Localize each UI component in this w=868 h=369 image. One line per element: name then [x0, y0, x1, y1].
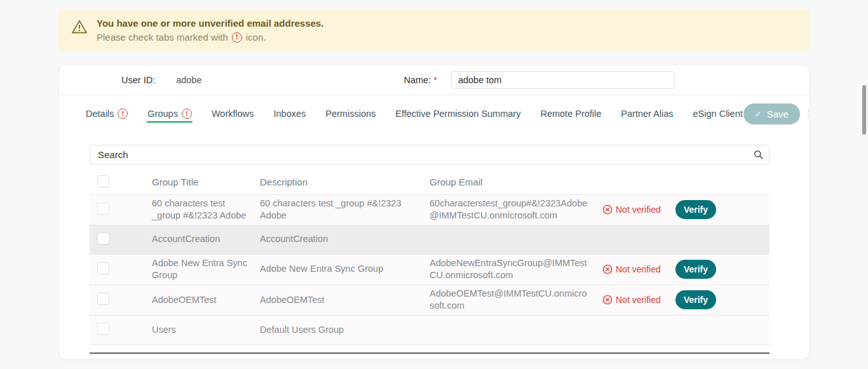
group-title: AccountCreation — [146, 225, 260, 254]
status-badge: Not verified — [602, 264, 675, 274]
warning-triangle-icon — [71, 19, 88, 37]
group-email: AdobeNewEntraSyncGroup@IMMTestCU.onmicro… — [430, 254, 602, 285]
tab-details-alert-icon: ! — [118, 109, 128, 119]
banner-subtitle-before: Please check tabs marked with — [97, 32, 228, 43]
group-title: 60 characters test _group #&!2323 Adobe — [146, 194, 260, 225]
group-email: 60characterstest_group#&!2323Adobe@IMMTe… — [430, 194, 602, 225]
tab-remote-profile-label: Remote Profile — [540, 109, 601, 119]
group-description: Default Users Group — [260, 315, 430, 344]
table-row: AccountCreation AccountCreation — [90, 225, 770, 254]
identity-row: User ID: adobe Name: * — [59, 65, 809, 95]
group-title: Users — [146, 315, 260, 344]
groups-table-wrap: Group Title Description Group Email 60 c… — [90, 171, 770, 354]
tab-workflows-label: Workflows — [212, 109, 254, 119]
tabs-row: Details ! Groups ! Workflows Inboxes Per… — [59, 95, 809, 132]
group-description: 60 characters test _group #&!2323 Adobe — [260, 194, 430, 225]
user-id-value: adobe — [176, 75, 201, 85]
status-text: Not verified — [616, 295, 661, 305]
row-checkbox[interactable] — [97, 262, 109, 274]
search-bar — [90, 145, 770, 164]
verify-button[interactable]: Verify — [675, 260, 716, 279]
user-id-label: User ID: — [121, 75, 155, 85]
tab-details[interactable]: Details ! — [85, 101, 128, 126]
group-description: AccountCreation — [260, 225, 430, 254]
status-badge: Not verified — [602, 295, 675, 305]
tab-esign-client[interactable]: eSign Client — [693, 101, 743, 126]
tab-permissions-label: Permissions — [325, 109, 376, 119]
group-title: Adobe New Entra Sync Group — [146, 254, 260, 285]
column-header-group-title: Group Title — [146, 171, 260, 194]
scrollbar-thumb[interactable] — [862, 85, 866, 135]
tab-effective-permission-summary[interactable]: Effective Permission Summary — [395, 101, 521, 126]
group-description: Adobe New Entra Sync Group — [260, 254, 430, 285]
group-description: AdobeOEMTest — [260, 285, 430, 315]
banner-title: You have one or more unverified email ad… — [97, 17, 323, 30]
group-title: AdobeOEMTest — [146, 285, 260, 315]
check-icon: ✓ — [755, 109, 762, 119]
name-label: Name: — [404, 75, 431, 85]
group-email — [430, 225, 602, 254]
required-asterisk: * — [433, 75, 437, 85]
name-input[interactable] — [451, 71, 675, 89]
action-buttons: ✓ Save ✕ Cancel — [743, 104, 810, 124]
save-button-label: Save — [767, 109, 789, 119]
table-row: Users Default Users Group — [90, 315, 770, 344]
scrollbar-track — [860, 0, 868, 369]
not-verified-icon — [602, 295, 613, 305]
column-header-group-email: Group Email — [430, 171, 602, 194]
tab-inboxes-label: Inboxes — [274, 109, 306, 119]
groups-tab-content: Group Title Description Group Email 60 c… — [59, 132, 809, 354]
tab-remote-profile[interactable]: Remote Profile — [539, 101, 602, 126]
row-checkbox[interactable] — [97, 323, 109, 335]
search-input[interactable] — [90, 145, 770, 164]
status-badge: Not verified — [602, 205, 675, 215]
column-header-description: Description — [260, 171, 430, 194]
table-row: AdobeOEMTest AdobeOEMTest AdobeOEMTest@I… — [90, 285, 770, 315]
status-text: Not verified — [616, 205, 661, 215]
page: You have one or more unverified email ad… — [0, 0, 868, 359]
banner-text: You have one or more unverified email ad… — [97, 17, 323, 43]
not-verified-icon — [602, 205, 613, 215]
row-checkbox[interactable] — [97, 203, 109, 215]
status-text: Not verified — [616, 264, 661, 274]
tab-permissions[interactable]: Permissions — [325, 101, 376, 126]
banner-subtitle: Please check tabs marked with ! icon. — [97, 32, 323, 43]
row-checkbox[interactable] — [97, 232, 109, 245]
group-email — [430, 315, 602, 344]
groups-table: Group Title Description Group Email 60 c… — [90, 171, 770, 345]
search-icon[interactable] — [754, 150, 763, 162]
tab-inboxes[interactable]: Inboxes — [273, 101, 307, 126]
alert-circle-icon: ! — [232, 32, 242, 43]
warning-banner: You have one or more unverified email ad… — [58, 9, 810, 51]
verify-button[interactable]: Verify — [675, 290, 716, 309]
group-email: AdobeOEMTest@IMMTestCU.onmicrosoft.com — [430, 285, 602, 315]
user-detail-card: User ID: adobe Name: * Details ! Groups … — [58, 65, 810, 359]
table-row: 60 characters test _group #&!2323 Adobe … — [90, 194, 770, 225]
tab-groups[interactable]: Groups ! — [147, 101, 193, 126]
select-all-checkbox[interactable] — [97, 175, 109, 187]
tab-details-label: Details — [86, 109, 114, 119]
tab-esign-client-label: eSign Client — [693, 109, 743, 119]
tab-groups-label: Groups — [147, 109, 178, 119]
tab-groups-alert-icon: ! — [182, 109, 192, 119]
tab-effective-permission-summary-label: Effective Permission Summary — [395, 109, 520, 119]
save-button[interactable]: ✓ Save — [743, 104, 800, 124]
cancel-button[interactable]: ✕ Cancel — [808, 104, 810, 124]
table-row: Adobe New Entra Sync Group Adobe New Ent… — [90, 254, 770, 285]
not-verified-icon — [602, 264, 613, 274]
tab-partner-alias-label: Partner Alias — [621, 109, 673, 119]
verify-button[interactable]: Verify — [675, 200, 716, 219]
tab-workflows[interactable]: Workflows — [211, 101, 255, 126]
name-field-group: Name: * — [404, 71, 675, 89]
row-checkbox[interactable] — [97, 293, 109, 305]
table-header-row: Group Title Description Group Email — [90, 171, 770, 194]
tab-partner-alias[interactable]: Partner Alias — [620, 101, 674, 126]
banner-subtitle-after: icon. — [246, 32, 266, 43]
tab-bar: Details ! Groups ! Workflows Inboxes Per… — [85, 101, 743, 126]
